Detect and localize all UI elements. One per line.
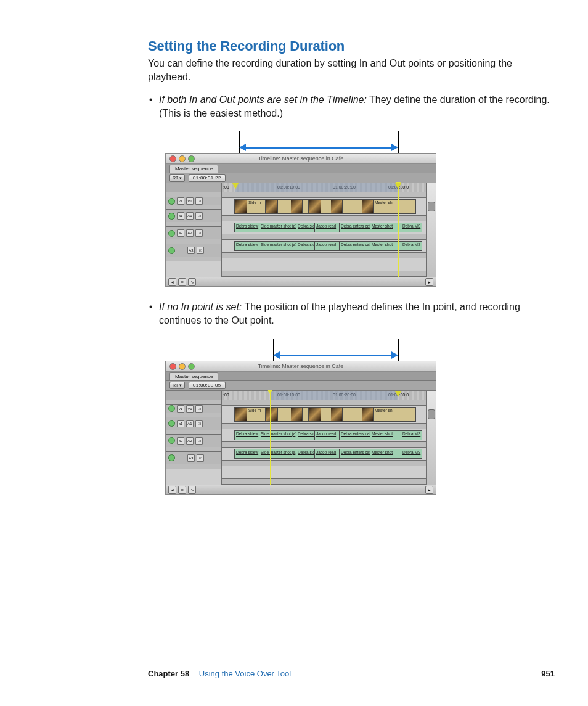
- audio-clip[interactable]: Jacob read: [314, 430, 342, 440]
- track-header-a3[interactable]: A3 ⊡: [166, 244, 221, 257]
- dest-a1[interactable]: A1: [186, 420, 194, 427]
- dest-v1[interactable]: V1: [186, 197, 194, 205]
- minimize-icon[interactable]: [179, 363, 186, 370]
- audio-clip[interactable]: Side master shot (a): [259, 430, 299, 440]
- toggle-button[interactable]: ◄: [168, 486, 176, 494]
- audio-clip[interactable]: Debra sidew: [234, 430, 262, 440]
- time-ruler[interactable]: :00 01:00:10:00 01:00:20:00 01:00:30:0: [222, 391, 426, 400]
- audio-clip[interactable]: Master shot: [370, 449, 404, 459]
- audible-toggle-icon[interactable]: [168, 247, 175, 254]
- audio-clip[interactable]: Side master shot (a): [259, 223, 299, 232]
- audio-clip[interactable]: Master shot: [370, 430, 404, 440]
- lock-icon[interactable]: ⊡: [195, 197, 203, 205]
- source-a2[interactable]: a2: [177, 229, 184, 237]
- audible-toggle-icon[interactable]: [168, 420, 175, 427]
- toggle-button[interactable]: ∿: [188, 486, 196, 494]
- audio-clip[interactable]: Side master shot (a): [259, 449, 299, 459]
- sequence-tab[interactable]: Master sequence: [169, 372, 218, 380]
- track-header-a3[interactable]: A3 ⊡: [166, 452, 221, 464]
- dest-a3[interactable]: A3: [187, 247, 195, 254]
- track-header-a1[interactable]: a1 A1 ⊡: [166, 417, 221, 430]
- visibility-toggle-icon[interactable]: [168, 198, 175, 205]
- lock-icon[interactable]: ⊡: [195, 212, 203, 220]
- zoom-icon[interactable]: [188, 155, 195, 162]
- source-a1[interactable]: a1: [177, 212, 184, 220]
- audio-clip[interactable]: Jacob read: [314, 223, 342, 232]
- audio-clip[interactable]: Debra enters cafe: [339, 223, 373, 232]
- source-v1[interactable]: v1: [177, 197, 184, 205]
- audible-toggle-icon[interactable]: [168, 454, 175, 461]
- track-header-a2[interactable]: a2 A2 ⊡: [166, 435, 221, 447]
- close-icon[interactable]: [169, 155, 176, 162]
- audio-clip[interactable]: Debra enters cafe: [339, 430, 373, 440]
- window-traffic-lights[interactable]: [169, 363, 195, 370]
- playhead[interactable]: [398, 183, 399, 277]
- close-icon[interactable]: [169, 363, 176, 370]
- in-point-marker-icon[interactable]: [232, 183, 239, 189]
- video-clip[interactable]: Master sh: [361, 407, 416, 422]
- dest-a2[interactable]: A2: [186, 437, 194, 445]
- dest-a1[interactable]: A1: [186, 212, 194, 220]
- audible-toggle-icon[interactable]: [168, 230, 175, 237]
- toggle-button[interactable]: ≡: [178, 278, 186, 286]
- dest-v1[interactable]: V1: [186, 405, 194, 413]
- lock-icon[interactable]: ⊡: [195, 229, 203, 237]
- track-header-a2[interactable]: a2 A2 ⊡: [166, 227, 221, 239]
- toggle-button[interactable]: ≡: [178, 486, 186, 494]
- lock-icon[interactable]: ⊡: [197, 454, 204, 462]
- scroll-right-icon[interactable]: ▸: [425, 278, 433, 286]
- audio-clip[interactable]: Debra MS: [401, 430, 422, 440]
- lock-icon[interactable]: ⊡: [197, 247, 204, 254]
- track-a2-clips[interactable]: Debra sidewSide master shot (a)Debra sid…: [222, 448, 426, 460]
- audible-toggle-icon[interactable]: [168, 213, 175, 220]
- audio-clip[interactable]: Debra enters cafe: [339, 449, 373, 459]
- track-v1-clips[interactable]: Side mMaster sh: [222, 198, 426, 215]
- timeline-canvas[interactable]: :00 01:00:10:00 01:00:20:00 01:00:30:0 S…: [222, 183, 427, 277]
- source-a1[interactable]: a1: [177, 420, 184, 427]
- track-a3-clips[interactable]: [222, 258, 426, 271]
- dest-a3[interactable]: A3: [187, 454, 195, 462]
- sequence-tab[interactable]: Master sequence: [169, 165, 218, 173]
- rt-button[interactable]: RT ▾: [169, 174, 185, 182]
- timecode-field[interactable]: 01:00:08:05: [189, 382, 226, 389]
- toggle-button[interactable]: ∿: [188, 278, 196, 286]
- track-a1-clips[interactable]: Debra sidewSide master shot (a)Debra sid…: [222, 221, 426, 234]
- track-a2-clips[interactable]: Debra sidewSide master shot (a)Debra sid…: [222, 240, 426, 252]
- track-header-v1[interactable]: v1 V1 ⊡: [166, 197, 221, 205]
- audio-clip[interactable]: Side master shot (a): [259, 241, 299, 251]
- visibility-toggle-icon[interactable]: [168, 405, 175, 412]
- timeline-canvas[interactable]: :00 01:00:10:00 01:00:20:00 01:00:30:0 S…: [222, 391, 427, 485]
- audio-clip[interactable]: Jacob read: [314, 449, 342, 459]
- track-v1-clips[interactable]: Side mMaster sh: [222, 406, 426, 423]
- playhead[interactable]: [270, 391, 271, 485]
- out-point-marker-icon[interactable]: [395, 183, 401, 189]
- track-a3-clips[interactable]: [222, 466, 426, 478]
- audio-clip[interactable]: Debra MS: [401, 449, 422, 459]
- lock-icon[interactable]: ⊡: [195, 405, 203, 413]
- source-a2[interactable]: a2: [177, 437, 184, 445]
- lock-icon[interactable]: ⊡: [195, 420, 203, 427]
- timecode-field[interactable]: 01:00:31:22: [189, 174, 226, 182]
- video-clip[interactable]: Master sh: [361, 199, 416, 214]
- dest-a2[interactable]: A2: [186, 229, 194, 237]
- zoom-icon[interactable]: [188, 363, 195, 370]
- audio-clip[interactable]: Debra sidew: [234, 223, 262, 232]
- vertical-scrollbar[interactable]: [427, 391, 436, 485]
- lock-icon[interactable]: ⊡: [195, 437, 203, 445]
- vertical-scrollbar[interactable]: [427, 183, 436, 277]
- audible-toggle-icon[interactable]: [168, 437, 175, 444]
- toggle-button[interactable]: ◄: [168, 278, 176, 286]
- audio-clip[interactable]: Debra sidew: [234, 241, 262, 251]
- audio-clip[interactable]: Debra sidew: [234, 449, 262, 459]
- audio-clip[interactable]: Jacob read: [314, 241, 342, 251]
- audio-clip[interactable]: Debra enters cafe: [339, 241, 373, 251]
- source-v1[interactable]: v1: [177, 405, 184, 413]
- audio-clip[interactable]: Debra MS: [401, 223, 422, 232]
- track-header-v1[interactable]: v1 V1 ⊡: [166, 405, 221, 413]
- time-ruler[interactable]: :00 01:00:10:00 01:00:20:00 01:00:30:0: [222, 183, 426, 192]
- scroll-right-icon[interactable]: ▸: [425, 486, 433, 494]
- audio-clip[interactable]: Debra MS: [401, 241, 422, 251]
- minimize-icon[interactable]: [179, 155, 186, 162]
- window-traffic-lights[interactable]: [169, 155, 195, 162]
- track-header-a1[interactable]: a1 A1 ⊡: [166, 210, 221, 222]
